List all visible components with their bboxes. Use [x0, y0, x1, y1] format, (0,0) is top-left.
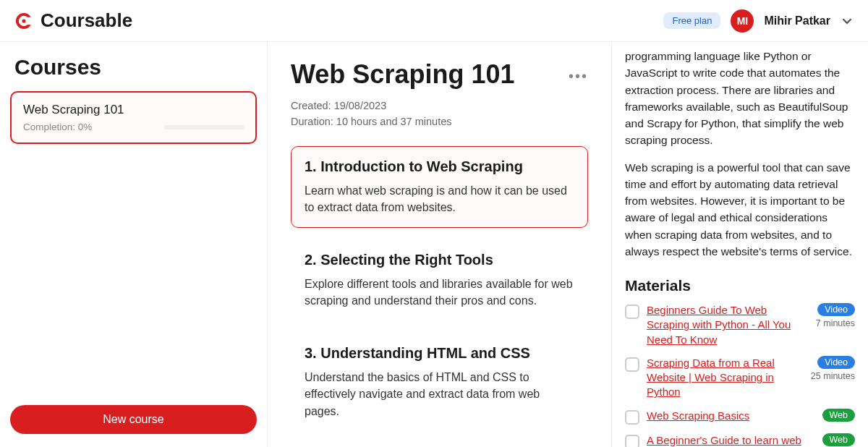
topic-desc: Understand the basics of HTML and CSS to… [305, 369, 574, 420]
content-paragraph: programming language like Python or Java… [625, 48, 855, 149]
material-tag: Video [817, 303, 855, 316]
topic-desc: Explore different tools and libraries av… [305, 276, 574, 309]
course-title: Web Scraping 101 [23, 103, 244, 117]
material-row: Scraping Data from a Real Website | Web … [625, 356, 855, 400]
material-link[interactable]: Beginners Guide To Web Scraping with Pyt… [647, 303, 809, 347]
topic-3[interactable]: 3. Understanding HTML and CSS Understand… [291, 333, 588, 432]
topic-1[interactable]: 1. Introduction to Web Scraping Learn wh… [291, 146, 588, 228]
material-duration: 25 minutes [811, 371, 855, 381]
material-row: A Beginner's Guide to learn web scraping… [625, 433, 855, 448]
material-tag: Video [817, 356, 855, 369]
material-tag: Web [822, 433, 855, 446]
topic-2[interactable]: 2. Selecting the Right Tools Explore dif… [291, 239, 588, 321]
svg-point-2 [22, 19, 25, 22]
material-checkbox[interactable] [625, 435, 639, 448]
content-paragraph: Web scraping is a powerful tool that can… [625, 159, 855, 260]
topic-desc: Learn what web scraping is and how it ca… [305, 182, 574, 216]
topic-title: 1. Introduction to Web Scraping [305, 158, 574, 175]
page-title: Web Scraping 101 [291, 59, 514, 90]
courses-sidebar: Courses Web Scraping 101 Completion: 0% … [0, 42, 268, 447]
progress-bar [164, 125, 244, 129]
brand-logo[interactable]: Coursable [14, 9, 132, 32]
material-checkbox[interactable] [625, 357, 639, 372]
materials-heading: Materials [625, 277, 855, 294]
topic-4[interactable]: 4. Inspecting Web Page Structure Learn h… [291, 443, 588, 447]
material-link[interactable]: Web Scraping Basics [647, 409, 815, 423]
material-link[interactable]: Scraping Data from a Real Website | Web … [647, 356, 804, 400]
chevron-down-icon[interactable] [841, 14, 854, 27]
right-panel: programming language like Python or Java… [611, 42, 868, 447]
created-date: Created: 19/08/2023 [291, 98, 588, 114]
coursable-icon [14, 12, 33, 30]
topic-title: 2. Selecting the Right Tools [305, 252, 574, 268]
app-header: Coursable Free plan MI Mihir Patkar [0, 0, 868, 42]
brand-name: Coursable [41, 9, 132, 32]
more-icon[interactable]: ••• [569, 59, 588, 85]
avatar[interactable]: MI [731, 9, 754, 33]
course-card[interactable]: Web Scraping 101 Completion: 0% [10, 91, 257, 144]
course-completion: Completion: 0% [23, 122, 92, 132]
material-row: Beginners Guide To Web Scraping with Pyt… [625, 303, 855, 347]
material-row: Web Scraping BasicsWeb [625, 409, 855, 425]
username: Mihir Patkar [764, 14, 830, 27]
material-checkbox[interactable] [625, 410, 639, 425]
material-tag: Web [822, 409, 855, 422]
plan-badge[interactable]: Free plan [663, 12, 720, 29]
topic-title: 3. Understanding HTML and CSS [305, 345, 574, 362]
svg-rect-1 [27, 17, 33, 24]
duration: Duration: 10 hours and 37 minutes [291, 114, 588, 130]
material-link[interactable]: A Beginner's Guide to learn web scraping… [647, 433, 815, 448]
new-course-button[interactable]: New course [10, 405, 257, 434]
sidebar-heading: Courses [10, 55, 257, 80]
material-checkbox[interactable] [625, 305, 639, 319]
material-duration: 7 minutes [816, 318, 855, 328]
course-content: Web Scraping 101 ••• Created: 19/08/2023… [268, 42, 611, 447]
